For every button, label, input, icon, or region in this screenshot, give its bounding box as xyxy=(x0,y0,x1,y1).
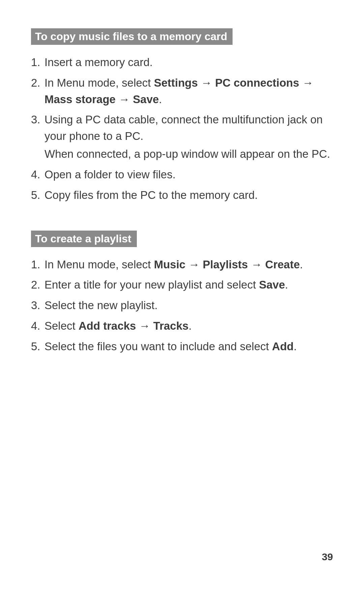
page-content: To copy music files to a memory card Ins… xyxy=(0,0,364,355)
step-paragraph: When connected, a pop-up window will app… xyxy=(44,146,333,162)
text: Select xyxy=(44,320,79,332)
list-item: Insert a memory card. xyxy=(31,54,333,71)
bold-text: Add xyxy=(272,340,294,353)
list-item: In Menu mode, select Settings → PC conne… xyxy=(31,75,333,108)
list-item: Using a PC data cable, connect the multi… xyxy=(31,112,333,162)
page-number: 39 xyxy=(322,551,333,563)
text: . xyxy=(188,320,191,332)
text: Using a PC data cable, connect the multi… xyxy=(44,113,323,142)
bold-text: Save xyxy=(133,93,159,106)
text: In Menu mode, select xyxy=(44,258,154,271)
bold-text: Save xyxy=(259,278,285,291)
text: In Menu mode, select xyxy=(44,77,154,89)
list-item: In Menu mode, select Music → Playlists →… xyxy=(31,257,333,273)
bold-text: Create xyxy=(265,258,300,271)
list-item: Select Add tracks → Tracks. xyxy=(31,318,333,334)
text: . xyxy=(285,278,288,291)
text: . xyxy=(294,340,297,353)
section-2: To create a playlist In Menu mode, selec… xyxy=(31,208,333,355)
list-item: Enter a title for your new playlist and … xyxy=(31,277,333,293)
bold-text: Playlists xyxy=(203,258,248,271)
text: Select the files you want to include and… xyxy=(44,340,272,353)
text: → xyxy=(198,77,215,89)
list-item: Open a folder to view files. xyxy=(31,167,333,183)
text: Open a folder to view files. xyxy=(44,168,176,181)
text: Enter a title for your new playlist and … xyxy=(44,278,259,291)
section-2-heading: To create a playlist xyxy=(31,231,137,247)
text: Insert a memory card. xyxy=(44,56,153,68)
text: → xyxy=(116,93,133,106)
bold-text: Tracks xyxy=(153,320,189,332)
bold-text: PC connections xyxy=(215,77,299,89)
bold-text: Add tracks xyxy=(79,320,136,332)
text: . xyxy=(159,93,162,106)
text: → xyxy=(136,320,153,332)
list-item: Copy files from the PC to the memory car… xyxy=(31,187,333,204)
section-1-heading: To copy music files to a memory card xyxy=(31,28,233,45)
bold-text: Music xyxy=(154,258,186,271)
text: → xyxy=(299,77,313,89)
text: → xyxy=(248,258,265,271)
list-item: Select the files you want to include and… xyxy=(31,338,333,355)
text: Select the new playlist. xyxy=(44,299,158,311)
bold-text: Mass storage xyxy=(44,93,116,106)
bold-text: Settings xyxy=(154,77,198,89)
step-paragraph: Using a PC data cable, connect the multi… xyxy=(44,112,333,145)
section-2-list: In Menu mode, select Music → Playlists →… xyxy=(31,257,333,355)
text: → xyxy=(185,258,203,271)
section-1: To copy music files to a memory card Ins… xyxy=(31,28,333,204)
text: . xyxy=(300,258,303,271)
section-1-list: Insert a memory card.In Menu mode, selec… xyxy=(31,54,333,204)
list-item: Select the new playlist. xyxy=(31,297,333,314)
text: Copy files from the PC to the memory car… xyxy=(44,189,258,201)
text: When connected, a pop-up window will app… xyxy=(44,148,330,160)
